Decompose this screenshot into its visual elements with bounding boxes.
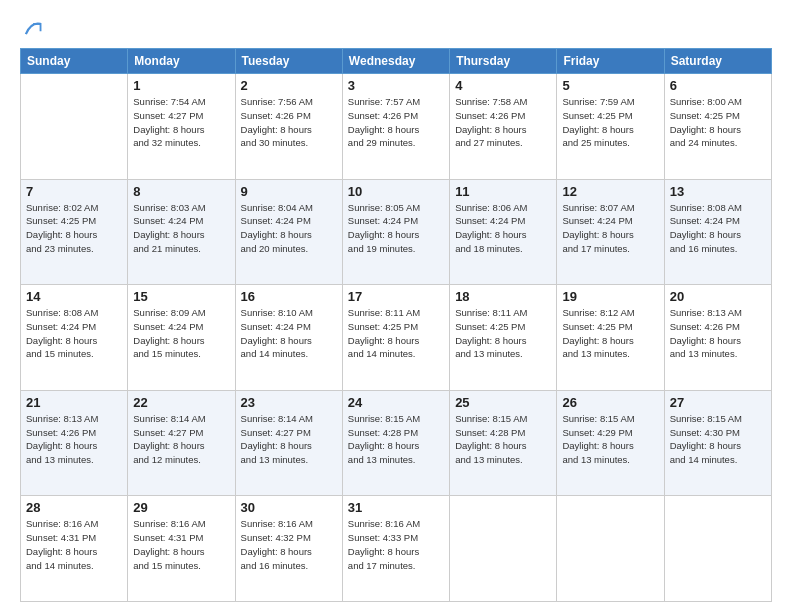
day-info: Sunrise: 8:15 AM Sunset: 4:28 PM Dayligh… bbox=[348, 412, 444, 467]
calendar-cell: 8Sunrise: 8:03 AM Sunset: 4:24 PM Daylig… bbox=[128, 179, 235, 285]
weekday-header: Friday bbox=[557, 49, 664, 74]
top-section bbox=[20, 18, 772, 40]
day-info: Sunrise: 8:11 AM Sunset: 4:25 PM Dayligh… bbox=[348, 306, 444, 361]
weekday-header: Sunday bbox=[21, 49, 128, 74]
day-number: 31 bbox=[348, 500, 444, 515]
calendar-week-row: 14Sunrise: 8:08 AM Sunset: 4:24 PM Dayli… bbox=[21, 285, 772, 391]
day-number: 17 bbox=[348, 289, 444, 304]
weekday-header: Tuesday bbox=[235, 49, 342, 74]
day-info: Sunrise: 8:15 AM Sunset: 4:29 PM Dayligh… bbox=[562, 412, 658, 467]
day-number: 6 bbox=[670, 78, 766, 93]
calendar-cell bbox=[21, 74, 128, 180]
day-number: 10 bbox=[348, 184, 444, 199]
weekday-header: Saturday bbox=[664, 49, 771, 74]
day-info: Sunrise: 8:06 AM Sunset: 4:24 PM Dayligh… bbox=[455, 201, 551, 256]
day-number: 13 bbox=[670, 184, 766, 199]
day-number: 28 bbox=[26, 500, 122, 515]
day-info: Sunrise: 8:16 AM Sunset: 4:33 PM Dayligh… bbox=[348, 517, 444, 572]
calendar-cell: 19Sunrise: 8:12 AM Sunset: 4:25 PM Dayli… bbox=[557, 285, 664, 391]
day-number: 18 bbox=[455, 289, 551, 304]
day-info: Sunrise: 8:13 AM Sunset: 4:26 PM Dayligh… bbox=[670, 306, 766, 361]
calendar-cell: 5Sunrise: 7:59 AM Sunset: 4:25 PM Daylig… bbox=[557, 74, 664, 180]
day-number: 24 bbox=[348, 395, 444, 410]
day-number: 4 bbox=[455, 78, 551, 93]
calendar-cell: 21Sunrise: 8:13 AM Sunset: 4:26 PM Dayli… bbox=[21, 390, 128, 496]
day-number: 5 bbox=[562, 78, 658, 93]
calendar-cell: 26Sunrise: 8:15 AM Sunset: 4:29 PM Dayli… bbox=[557, 390, 664, 496]
calendar-week-row: 7Sunrise: 8:02 AM Sunset: 4:25 PM Daylig… bbox=[21, 179, 772, 285]
calendar-cell: 15Sunrise: 8:09 AM Sunset: 4:24 PM Dayli… bbox=[128, 285, 235, 391]
day-number: 8 bbox=[133, 184, 229, 199]
calendar-cell: 20Sunrise: 8:13 AM Sunset: 4:26 PM Dayli… bbox=[664, 285, 771, 391]
day-number: 16 bbox=[241, 289, 337, 304]
calendar-cell: 31Sunrise: 8:16 AM Sunset: 4:33 PM Dayli… bbox=[342, 496, 449, 602]
day-number: 7 bbox=[26, 184, 122, 199]
calendar-cell: 11Sunrise: 8:06 AM Sunset: 4:24 PM Dayli… bbox=[450, 179, 557, 285]
day-number: 30 bbox=[241, 500, 337, 515]
calendar-week-row: 1Sunrise: 7:54 AM Sunset: 4:27 PM Daylig… bbox=[21, 74, 772, 180]
calendar-cell: 1Sunrise: 7:54 AM Sunset: 4:27 PM Daylig… bbox=[128, 74, 235, 180]
calendar-cell: 24Sunrise: 8:15 AM Sunset: 4:28 PM Dayli… bbox=[342, 390, 449, 496]
calendar-cell: 12Sunrise: 8:07 AM Sunset: 4:24 PM Dayli… bbox=[557, 179, 664, 285]
calendar-cell bbox=[664, 496, 771, 602]
calendar-cell: 3Sunrise: 7:57 AM Sunset: 4:26 PM Daylig… bbox=[342, 74, 449, 180]
calendar-cell: 17Sunrise: 8:11 AM Sunset: 4:25 PM Dayli… bbox=[342, 285, 449, 391]
day-number: 20 bbox=[670, 289, 766, 304]
day-info: Sunrise: 8:08 AM Sunset: 4:24 PM Dayligh… bbox=[670, 201, 766, 256]
calendar-cell: 2Sunrise: 7:56 AM Sunset: 4:26 PM Daylig… bbox=[235, 74, 342, 180]
day-info: Sunrise: 8:03 AM Sunset: 4:24 PM Dayligh… bbox=[133, 201, 229, 256]
day-number: 26 bbox=[562, 395, 658, 410]
svg-rect-0 bbox=[20, 18, 42, 40]
day-info: Sunrise: 8:10 AM Sunset: 4:24 PM Dayligh… bbox=[241, 306, 337, 361]
day-info: Sunrise: 8:12 AM Sunset: 4:25 PM Dayligh… bbox=[562, 306, 658, 361]
day-number: 25 bbox=[455, 395, 551, 410]
day-info: Sunrise: 8:16 AM Sunset: 4:31 PM Dayligh… bbox=[26, 517, 122, 572]
day-number: 23 bbox=[241, 395, 337, 410]
day-info: Sunrise: 7:56 AM Sunset: 4:26 PM Dayligh… bbox=[241, 95, 337, 150]
calendar-cell: 14Sunrise: 8:08 AM Sunset: 4:24 PM Dayli… bbox=[21, 285, 128, 391]
calendar-cell: 22Sunrise: 8:14 AM Sunset: 4:27 PM Dayli… bbox=[128, 390, 235, 496]
day-number: 9 bbox=[241, 184, 337, 199]
day-info: Sunrise: 8:11 AM Sunset: 4:25 PM Dayligh… bbox=[455, 306, 551, 361]
calendar-cell: 4Sunrise: 7:58 AM Sunset: 4:26 PM Daylig… bbox=[450, 74, 557, 180]
day-info: Sunrise: 8:15 AM Sunset: 4:28 PM Dayligh… bbox=[455, 412, 551, 467]
day-number: 15 bbox=[133, 289, 229, 304]
calendar-week-row: 21Sunrise: 8:13 AM Sunset: 4:26 PM Dayli… bbox=[21, 390, 772, 496]
weekday-header: Thursday bbox=[450, 49, 557, 74]
calendar-cell: 18Sunrise: 8:11 AM Sunset: 4:25 PM Dayli… bbox=[450, 285, 557, 391]
day-number: 11 bbox=[455, 184, 551, 199]
calendar-cell bbox=[450, 496, 557, 602]
day-info: Sunrise: 7:54 AM Sunset: 4:27 PM Dayligh… bbox=[133, 95, 229, 150]
calendar-week-row: 28Sunrise: 8:16 AM Sunset: 4:31 PM Dayli… bbox=[21, 496, 772, 602]
day-info: Sunrise: 8:15 AM Sunset: 4:30 PM Dayligh… bbox=[670, 412, 766, 467]
calendar-cell: 6Sunrise: 8:00 AM Sunset: 4:25 PM Daylig… bbox=[664, 74, 771, 180]
day-info: Sunrise: 8:13 AM Sunset: 4:26 PM Dayligh… bbox=[26, 412, 122, 467]
day-info: Sunrise: 7:59 AM Sunset: 4:25 PM Dayligh… bbox=[562, 95, 658, 150]
day-info: Sunrise: 8:04 AM Sunset: 4:24 PM Dayligh… bbox=[241, 201, 337, 256]
day-number: 19 bbox=[562, 289, 658, 304]
day-number: 21 bbox=[26, 395, 122, 410]
calendar-cell: 29Sunrise: 8:16 AM Sunset: 4:31 PM Dayli… bbox=[128, 496, 235, 602]
day-info: Sunrise: 8:14 AM Sunset: 4:27 PM Dayligh… bbox=[241, 412, 337, 467]
day-number: 2 bbox=[241, 78, 337, 93]
calendar-cell: 7Sunrise: 8:02 AM Sunset: 4:25 PM Daylig… bbox=[21, 179, 128, 285]
page: SundayMondayTuesdayWednesdayThursdayFrid… bbox=[0, 0, 792, 612]
calendar-cell: 25Sunrise: 8:15 AM Sunset: 4:28 PM Dayli… bbox=[450, 390, 557, 496]
day-info: Sunrise: 8:16 AM Sunset: 4:31 PM Dayligh… bbox=[133, 517, 229, 572]
calendar-cell: 9Sunrise: 8:04 AM Sunset: 4:24 PM Daylig… bbox=[235, 179, 342, 285]
calendar-cell: 27Sunrise: 8:15 AM Sunset: 4:30 PM Dayli… bbox=[664, 390, 771, 496]
calendar-cell bbox=[557, 496, 664, 602]
day-info: Sunrise: 8:16 AM Sunset: 4:32 PM Dayligh… bbox=[241, 517, 337, 572]
day-number: 29 bbox=[133, 500, 229, 515]
day-number: 14 bbox=[26, 289, 122, 304]
calendar-cell: 30Sunrise: 8:16 AM Sunset: 4:32 PM Dayli… bbox=[235, 496, 342, 602]
day-info: Sunrise: 8:05 AM Sunset: 4:24 PM Dayligh… bbox=[348, 201, 444, 256]
calendar-cell: 28Sunrise: 8:16 AM Sunset: 4:31 PM Dayli… bbox=[21, 496, 128, 602]
calendar-cell: 13Sunrise: 8:08 AM Sunset: 4:24 PM Dayli… bbox=[664, 179, 771, 285]
calendar-cell: 16Sunrise: 8:10 AM Sunset: 4:24 PM Dayli… bbox=[235, 285, 342, 391]
day-info: Sunrise: 8:07 AM Sunset: 4:24 PM Dayligh… bbox=[562, 201, 658, 256]
calendar-table: SundayMondayTuesdayWednesdayThursdayFrid… bbox=[20, 48, 772, 602]
day-number: 1 bbox=[133, 78, 229, 93]
day-info: Sunrise: 8:08 AM Sunset: 4:24 PM Dayligh… bbox=[26, 306, 122, 361]
calendar-cell: 10Sunrise: 8:05 AM Sunset: 4:24 PM Dayli… bbox=[342, 179, 449, 285]
